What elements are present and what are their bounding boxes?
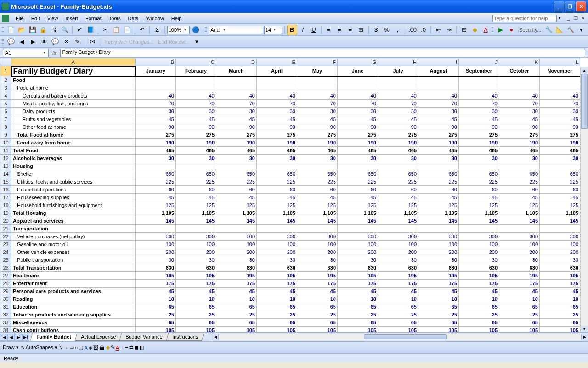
print-button[interactable]: 🖨 bbox=[49, 25, 59, 35]
month-header[interactable]: November bbox=[540, 66, 580, 76]
cell-value[interactable]: 70 bbox=[297, 100, 338, 108]
cell-value[interactable]: 65 bbox=[297, 319, 338, 327]
cell-value[interactable]: 225 bbox=[338, 178, 378, 186]
cell-value[interactable]: 65 bbox=[540, 319, 580, 327]
row-label[interactable]: Tobacco products and smoking supplies bbox=[11, 311, 136, 319]
cell-value[interactable]: 275 bbox=[338, 131, 378, 139]
cell-value[interactable]: 225 bbox=[499, 178, 540, 186]
cell-value[interactable]: 200 bbox=[176, 248, 216, 256]
cell-value[interactable]: 275 bbox=[297, 131, 338, 139]
cell-value[interactable]: 90 bbox=[499, 123, 540, 131]
cell-empty[interactable] bbox=[136, 84, 176, 92]
cell-value[interactable]: 70 bbox=[136, 100, 176, 108]
row-label[interactable]: Cash contributions bbox=[11, 327, 136, 333]
cell-A1[interactable]: Family Budget / Diary bbox=[11, 66, 136, 76]
cell-value[interactable]: 200 bbox=[459, 248, 499, 256]
cell-value[interactable]: 60 bbox=[297, 186, 338, 194]
menu-tools[interactable]: Tools bbox=[105, 15, 124, 22]
row-header-5[interactable]: 5 bbox=[0, 100, 11, 108]
month-header[interactable]: May bbox=[297, 66, 338, 76]
cell-value[interactable]: 90 bbox=[418, 123, 459, 131]
cell-value[interactable]: 145 bbox=[216, 217, 257, 225]
cell-value[interactable]: 70 bbox=[378, 100, 418, 108]
cell-value[interactable]: 1,105 bbox=[540, 209, 580, 217]
cell-value[interactable]: 45 bbox=[257, 115, 297, 123]
cell-value[interactable]: 65 bbox=[216, 303, 257, 311]
help-dropdown-icon[interactable]: ▼ bbox=[558, 16, 561, 20]
cell-value[interactable]: 30 bbox=[499, 256, 540, 264]
cell-empty[interactable] bbox=[176, 76, 216, 84]
cell-value[interactable]: 630 bbox=[297, 264, 338, 272]
copy-button[interactable]: 📋 bbox=[112, 25, 122, 35]
cell-value[interactable]: 60 bbox=[499, 186, 540, 194]
month-header[interactable]: October bbox=[499, 66, 540, 76]
cell-value[interactable]: 200 bbox=[216, 248, 257, 256]
cell-value[interactable]: 65 bbox=[136, 303, 176, 311]
cell-value[interactable]: 650 bbox=[297, 170, 338, 178]
cell-value[interactable]: 145 bbox=[176, 217, 216, 225]
cell-value[interactable]: 30 bbox=[338, 155, 378, 162]
italic-button[interactable]: I bbox=[298, 25, 308, 35]
cell-value[interactable]: 225 bbox=[257, 178, 297, 186]
cell-value[interactable]: 30 bbox=[418, 108, 459, 115]
row-label[interactable]: Personal care products and services bbox=[11, 288, 136, 295]
row-header-10[interactable]: 10 bbox=[0, 139, 11, 147]
cell-value[interactable]: 175 bbox=[297, 280, 338, 288]
cell-value[interactable]: 125 bbox=[378, 201, 418, 209]
cell-value[interactable]: 65 bbox=[459, 319, 499, 327]
cell-empty[interactable] bbox=[216, 84, 257, 92]
row-label[interactable]: Apparel and services bbox=[11, 217, 136, 225]
cell-empty[interactable] bbox=[338, 225, 378, 233]
send-mail-button[interactable]: ✉ bbox=[87, 37, 97, 47]
cell-value[interactable]: 100 bbox=[418, 241, 459, 248]
paste-button[interactable]: 📄 bbox=[122, 25, 132, 35]
cell-value[interactable]: 465 bbox=[499, 147, 540, 155]
cell-value[interactable]: 630 bbox=[216, 264, 257, 272]
cell-value[interactable]: 70 bbox=[540, 100, 580, 108]
underline-button[interactable]: U bbox=[309, 25, 319, 35]
cell-value[interactable]: 65 bbox=[257, 319, 297, 327]
row-label[interactable]: Shelter bbox=[11, 170, 136, 178]
col-header-H[interactable]: H bbox=[378, 58, 418, 66]
cell-value[interactable]: 90 bbox=[176, 123, 216, 131]
undo-button[interactable]: ↶ bbox=[137, 25, 147, 35]
cell-value[interactable]: 1,105 bbox=[216, 209, 257, 217]
cell-value[interactable]: 60 bbox=[378, 186, 418, 194]
cell-value[interactable]: 195 bbox=[459, 272, 499, 280]
cell-value[interactable]: 70 bbox=[216, 100, 257, 108]
cell-value[interactable]: 65 bbox=[540, 303, 580, 311]
row-header-33[interactable]: 33 bbox=[0, 319, 11, 327]
cell-value[interactable]: 30 bbox=[176, 108, 216, 115]
cell-value[interactable]: 195 bbox=[216, 272, 257, 280]
cell-value[interactable]: 630 bbox=[176, 264, 216, 272]
row-label[interactable]: Housekeeping supplies bbox=[11, 194, 136, 201]
cell-empty[interactable] bbox=[257, 162, 297, 170]
picture-button[interactable]: 🏔 bbox=[99, 345, 104, 351]
cell-value[interactable]: 190 bbox=[378, 139, 418, 147]
cell-empty[interactable] bbox=[499, 76, 540, 84]
scroll-up-icon[interactable]: ▲ bbox=[581, 67, 588, 74]
cell-value[interactable]: 145 bbox=[540, 217, 580, 225]
cell-value[interactable]: 225 bbox=[418, 178, 459, 186]
cell-value[interactable]: 30 bbox=[540, 155, 580, 162]
cell-value[interactable]: 630 bbox=[136, 264, 176, 272]
hscrollbar-thumb[interactable] bbox=[364, 334, 447, 339]
cell-empty[interactable] bbox=[378, 84, 418, 92]
cell-value[interactable]: 190 bbox=[257, 139, 297, 147]
cell-empty[interactable] bbox=[297, 162, 338, 170]
cell-empty[interactable] bbox=[136, 162, 176, 170]
close-button[interactable]: ✕ bbox=[576, 1, 586, 12]
cell-value[interactable]: 10 bbox=[176, 295, 216, 303]
bold-button[interactable]: B bbox=[287, 25, 297, 35]
cell-empty[interactable] bbox=[297, 84, 338, 92]
row-header-13[interactable]: 13 bbox=[0, 162, 11, 170]
row-header-28[interactable]: 28 bbox=[0, 280, 11, 288]
cell-value[interactable]: 100 bbox=[459, 241, 499, 248]
print-preview-button[interactable]: 🔍 bbox=[60, 25, 70, 35]
cell-value[interactable]: 60 bbox=[257, 186, 297, 194]
cell-value[interactable]: 630 bbox=[418, 264, 459, 272]
cell-value[interactable]: 200 bbox=[418, 248, 459, 256]
security-button[interactable]: Security... bbox=[517, 27, 543, 33]
vba-button[interactable]: 🔧 bbox=[544, 25, 554, 35]
shadow-button[interactable]: ◼ bbox=[134, 345, 138, 351]
